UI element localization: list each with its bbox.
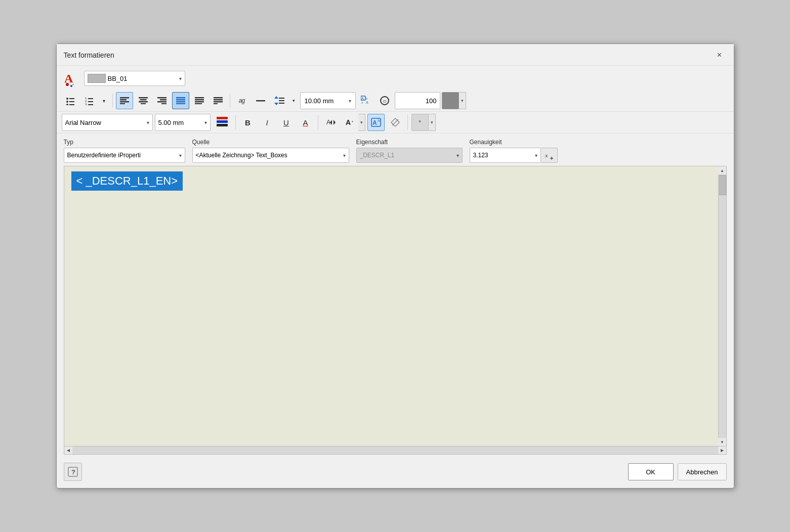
bold-button[interactable]: B xyxy=(239,114,257,131)
svg-rect-44 xyxy=(279,100,284,101)
svg-rect-29 xyxy=(176,99,185,101)
svg-text:O: O xyxy=(383,99,386,104)
svg-rect-36 xyxy=(214,97,223,99)
style-toolbar-row: A * BB_01 ▾ xyxy=(57,66,734,90)
svg-rect-38 xyxy=(214,101,223,103)
linespace-dropdown[interactable]: ▾ xyxy=(289,92,299,109)
text-stack-button[interactable] xyxy=(213,114,232,131)
svg-rect-35 xyxy=(195,103,202,104)
quelle-label: Quelle xyxy=(192,139,349,146)
svg-rect-25 xyxy=(160,99,167,101)
eigenschaft-dropdown[interactable]: _DESCR_L1 ▾ xyxy=(356,148,463,163)
genauigkeit-fx-button[interactable]: x xyxy=(540,148,558,163)
genauigkeit-input[interactable]: 3.123 ▾ xyxy=(470,148,540,163)
char-spacing-button[interactable]: A xyxy=(322,114,339,131)
font-size-label: 5.00 mm xyxy=(158,119,202,126)
svg-text:A: A xyxy=(366,97,368,100)
svg-text:A: A xyxy=(361,97,364,100)
dash-button[interactable] xyxy=(252,92,269,109)
svg-rect-33 xyxy=(195,99,204,101)
list-ordered-button[interactable]: 1. 2. 3. xyxy=(80,92,98,109)
erase-format-button[interactable] xyxy=(387,114,404,131)
svg-rect-22 xyxy=(139,101,148,103)
linespace-button[interactable] xyxy=(271,92,288,109)
font-name-dropdown[interactable]: Arial Narrow ▾ xyxy=(62,114,153,131)
vertical-scrollbar[interactable]: ▲ ▼ xyxy=(718,166,726,446)
svg-marker-42 xyxy=(274,103,278,105)
underline-button[interactable]: U xyxy=(278,114,295,131)
symbol-dropdown-arrow[interactable]: ▾ xyxy=(429,114,436,131)
justify2-button[interactable] xyxy=(191,92,208,109)
circle-o-button[interactable]: O xyxy=(376,92,393,109)
symbol-group: ° ▾ xyxy=(411,114,436,131)
font-style-active-button[interactable]: A A xyxy=(367,114,385,131)
list-unordered-button[interactable] xyxy=(62,92,79,109)
mm-dropdown-arrow: ▾ xyxy=(349,98,351,104)
bottom-bar: ? OK Abbrechen xyxy=(57,458,734,488)
ag-button[interactable]: ag xyxy=(233,92,251,109)
svg-rect-11 xyxy=(88,98,93,99)
svg-rect-27 xyxy=(161,103,167,104)
scrollbar-up-button[interactable]: ▲ xyxy=(718,166,726,174)
ok-button[interactable]: OK xyxy=(628,463,674,480)
genauigkeit-arrow: ▾ xyxy=(535,153,537,158)
quelle-group: Quelle <Aktuelle Zeichnung> Text_Boxes ▾ xyxy=(192,139,349,163)
font-style-button[interactable]: A + xyxy=(341,114,358,131)
font-color-button[interactable]: A xyxy=(297,114,314,131)
svg-point-4 xyxy=(66,98,68,100)
style-dropdown-arrow: ▾ xyxy=(179,76,182,81)
svg-rect-28 xyxy=(176,97,185,99)
align-right-button[interactable] xyxy=(153,92,171,109)
typ-dropdown[interactable]: Benutzerdefinierte iProperti ▾ xyxy=(64,148,185,163)
svg-text:A: A xyxy=(366,101,368,104)
svg-rect-17 xyxy=(120,99,127,101)
text-area-with-scrollbar: < _DESCR_L1_EN> ▲ ▼ xyxy=(64,166,727,447)
align-left-button[interactable] xyxy=(116,92,133,109)
genauigkeit-label: Genauigkeit xyxy=(470,139,558,146)
align-center-button[interactable] xyxy=(135,92,152,109)
font-size-arrow: ▾ xyxy=(204,120,207,125)
svg-rect-20 xyxy=(139,97,148,99)
font-style-group: A + ▾ xyxy=(341,114,365,131)
help-button[interactable]: ? xyxy=(64,463,82,481)
scrollbar-right-button[interactable]: ▶ xyxy=(718,447,726,455)
italic-button[interactable]: I xyxy=(259,114,276,131)
svg-rect-26 xyxy=(157,101,167,103)
separator-3 xyxy=(235,115,236,129)
scrollbar-down-button[interactable]: ▼ xyxy=(718,438,726,446)
quelle-dropdown[interactable]: <Aktuelle Zeichnung> Text_Boxes ▾ xyxy=(192,148,349,163)
svg-text:A: A xyxy=(372,119,377,126)
typ-arrow: ▾ xyxy=(179,153,182,158)
style-dropdown[interactable]: BB_01 ▾ xyxy=(84,71,185,86)
justify3-button[interactable] xyxy=(210,92,227,109)
justify-button[interactable] xyxy=(172,92,189,109)
list-dropdown-button[interactable]: ▾ xyxy=(99,92,109,109)
text-highlight[interactable]: < _DESCR_L1_EN> xyxy=(71,171,183,191)
properties-row: Typ Benutzerdefinierte iProperti ▾ Quell… xyxy=(57,134,734,166)
scale-input[interactable] xyxy=(395,92,440,109)
scrollbar-thumb[interactable] xyxy=(719,175,726,195)
svg-marker-41 xyxy=(274,96,278,99)
font-style-dropdown-arrow[interactable]: ▾ xyxy=(358,114,365,131)
svg-rect-40 xyxy=(256,100,265,102)
stacktext-button[interactable]: A A A A xyxy=(357,92,375,109)
text-canvas[interactable]: < _DESCR_L1_EN> xyxy=(64,166,718,446)
svg-text:A: A xyxy=(361,101,363,104)
svg-rect-5 xyxy=(69,98,74,99)
separator-4 xyxy=(318,115,318,129)
svg-rect-30 xyxy=(176,101,185,103)
color-box[interactable] xyxy=(442,92,459,109)
mm-input[interactable]: 10.00 mm ▾ xyxy=(300,92,356,109)
cancel-button[interactable]: Abbrechen xyxy=(678,463,727,480)
genauigkeit-group: Genauigkeit 3.123 ▾ x xyxy=(470,139,558,163)
svg-rect-55 xyxy=(217,124,228,126)
close-button[interactable]: × xyxy=(713,48,727,62)
color-dropdown-arrow[interactable]: ▾ xyxy=(459,92,466,109)
typ-group: Typ Benutzerdefinierte iProperti ▾ xyxy=(64,139,185,163)
symbol-button[interactable]: ° xyxy=(411,114,429,131)
svg-text:3.: 3. xyxy=(85,103,88,105)
font-size-dropdown[interactable]: 5.00 mm ▾ xyxy=(155,114,211,131)
eigenschaft-group: Eigenschaft _DESCR_L1 ▾ xyxy=(356,139,463,163)
scrollbar-left-button[interactable]: ◀ xyxy=(64,447,72,455)
svg-text:?: ? xyxy=(71,468,75,476)
